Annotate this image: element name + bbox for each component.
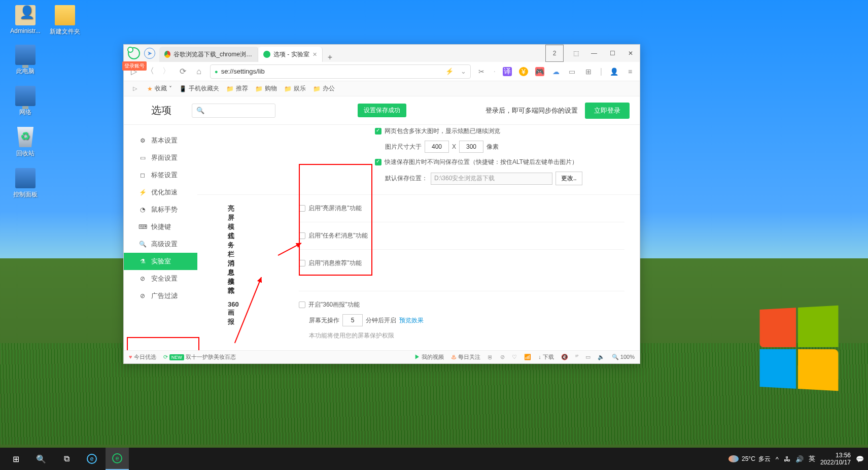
bookmark-folder-1[interactable]: 📁推荐 [226, 84, 248, 93]
input-image-width[interactable] [425, 141, 449, 153]
desktop-icon-this-pc[interactable]: 此电脑 [6, 45, 45, 76]
bookmark-mobile[interactable]: 📱手机收藏夹 [179, 84, 219, 93]
coin-icon[interactable]: ¥ [519, 67, 528, 76]
extension-icon[interactable]: ▭ [568, 67, 577, 76]
sidebar-item-gestures[interactable]: ◔鼠标手势 [124, 201, 197, 218]
forward-button[interactable]: 〉 [161, 66, 171, 77]
section-image: 网页包含多张大图时，显示炫酷已继续浏览 图片尺寸大于 X 像素 快速保存图片时不… [197, 125, 640, 195]
taskview-button[interactable]: ⧉ [55, 448, 78, 470]
tab-options-lab[interactable]: 选项 - 实验室 ✕ [258, 47, 323, 62]
window-maximize-button[interactable]: ☐ [603, 45, 621, 62]
addressbar: ▷ 〈 〉 ⟳ ⌂ ● se://settings/lib ⚡ ⌄ ✂ · 译 … [124, 62, 640, 81]
search-button[interactable]: 🔍 [29, 448, 53, 470]
tab-chrome-download[interactable]: 谷歌浏览器下载_chrome浏览器官 [159, 47, 258, 62]
bolt-icon: ⚡ [139, 189, 146, 196]
download-status[interactable]: ↓ 下载 [538, 353, 554, 361]
ip-icon[interactable]: ᴵᴾ [575, 354, 578, 360]
sidebar-item-security[interactable]: ⊘安全设置 [124, 270, 197, 287]
speed-icon[interactable]: ⚡ [445, 68, 454, 75]
desktop-icon-administrator[interactable]: Administr... [6, 5, 45, 35]
taskbar-360browser[interactable]: e [106, 448, 129, 470]
today-picks[interactable]: ♥ 今日优选 [129, 353, 156, 361]
shield-status-icon[interactable]: ⛨ [488, 354, 493, 360]
url-input[interactable]: ● se://settings/lib ⚡ ⌄ [210, 64, 471, 79]
browser360-icon: e [112, 453, 122, 463]
tab-count[interactable]: 2 [545, 45, 564, 62]
daily-follow[interactable]: ♨ 每日关注 [451, 353, 480, 361]
window-close-button[interactable]: ✕ [621, 45, 640, 62]
tray-ime[interactable]: 英 [809, 454, 815, 463]
taskbar-edge[interactable]: e [80, 448, 103, 470]
sidebar-item-advanced[interactable]: 🔍高级设置 [124, 236, 197, 253]
reload-button[interactable]: ⟳ [178, 66, 188, 76]
promo-link[interactable]: ⟳ NEW 双十一护肤美妆百态 [163, 353, 236, 361]
tab-close-icon[interactable]: ✕ [313, 51, 317, 58]
bookmark-folder-3[interactable]: 📁娱乐 [284, 84, 306, 93]
browser-logo-icon[interactable] [128, 47, 140, 59]
checkbox-quicksave[interactable] [375, 159, 381, 165]
tray-network-icon[interactable]: 🖧 [784, 455, 790, 463]
sidebar-item-interface[interactable]: ▭界面设置 [124, 149, 197, 166]
window-minimize-button[interactable]: ― [585, 45, 603, 62]
heart-status-icon[interactable]: ♡ [512, 354, 517, 360]
scissors-icon[interactable]: ✂ [477, 67, 486, 76]
sidebar-item-shortcuts[interactable]: ⌨快捷键 [124, 218, 197, 236]
input-image-height[interactable] [459, 141, 483, 153]
lock-icon: ● [215, 69, 218, 75]
account-icon[interactable]: 👤 [609, 67, 618, 76]
weather-widget[interactable]: 25°C 多云 [728, 455, 771, 463]
menu-button[interactable]: ≡ [626, 67, 635, 76]
my-video[interactable]: ▶ 我的视频 [414, 353, 444, 361]
checkbox-multiimage[interactable] [375, 128, 381, 135]
bookmark-folder-4[interactable]: 📁办公 [313, 84, 335, 93]
zoom-level[interactable]: 🔍 100% [612, 354, 635, 360]
keyboard-icon: ⌨ [139, 223, 146, 230]
flame-icon: ♨ [451, 354, 457, 360]
home-button[interactable]: ⌂ [194, 67, 204, 76]
sidebar-item-optimize[interactable]: ⚡优化加速 [124, 184, 197, 201]
sidebar-item-adblock[interactable]: ⊘广告过滤 [124, 287, 197, 305]
checkbox-pictorial[interactable] [299, 301, 305, 308]
translate-icon[interactable]: 译 [503, 67, 512, 76]
bookmarks-toggle-icon[interactable]: ▷ [130, 85, 140, 92]
sidebar-item-lab[interactable]: ⚗实验室 [124, 253, 197, 270]
send-icon[interactable]: ➤ [144, 48, 155, 59]
input-save-path[interactable] [431, 173, 552, 185]
desktop-icon-new-folder[interactable]: 新建文件夹 [46, 5, 84, 36]
signal-status-icon[interactable]: 📶 [524, 354, 531, 360]
sidebar-item-tabs[interactable]: ◻标签设置 [124, 166, 197, 184]
login-badge[interactable]: 登录账号 [122, 61, 147, 71]
checkbox-push[interactable] [299, 260, 305, 266]
window-skin-button[interactable]: ⬚ [567, 45, 585, 62]
game-icon[interactable]: 🎮 [535, 67, 544, 76]
screenshot-icon[interactable]: ▭ [585, 354, 591, 360]
change-path-button[interactable]: 更改.. [555, 172, 582, 185]
tray-volume-icon[interactable]: 🔊 [795, 455, 804, 463]
checkbox-bright[interactable] [299, 205, 305, 212]
dropdown-icon[interactable]: ⌄ [461, 68, 466, 75]
back-button[interactable]: 〈 [145, 66, 155, 77]
start-button[interactable]: ⊞ [4, 448, 27, 470]
bookmark-folder-2[interactable]: 📁购物 [255, 84, 277, 93]
checkbox-taskbar-msg[interactable] [299, 232, 305, 239]
volume-icon[interactable]: 🔈 [598, 354, 605, 360]
windows-logo [756, 308, 838, 389]
apps-icon[interactable]: ⊞ [584, 67, 593, 76]
options-search-input[interactable]: 🔍 [192, 104, 275, 118]
system-clock[interactable]: 13:56 2022/10/17 [820, 452, 851, 466]
desktop-icon-network[interactable]: 网络 [6, 86, 45, 117]
sidebar-item-basic[interactable]: ⚙基本设置 [124, 132, 197, 149]
preview-link[interactable]: 预览效果 [399, 316, 424, 325]
tray-notifications-icon[interactable]: 💬 [856, 455, 864, 463]
bookmark-favorites[interactable]: ★收藏 ˅ [147, 84, 172, 93]
input-idle-minutes[interactable] [342, 314, 363, 326]
desktop-icon-recycle[interactable]: 回收站 [6, 127, 45, 158]
mute-icon[interactable]: 🔇 [561, 354, 568, 360]
desktop-icon-control-panel[interactable]: 控制面板 [6, 168, 45, 199]
new-tab-button[interactable]: + [323, 53, 337, 62]
block-status-icon[interactable]: ⊘ [500, 354, 505, 360]
login-now-button[interactable]: 立即登录 [585, 103, 630, 119]
desktop-icons-col1: Administr... 此电脑 网络 回收站 控制面板 [6, 5, 45, 209]
tray-chevron-icon[interactable]: ^ [776, 455, 779, 463]
cloud-icon[interactable]: ☁ [551, 67, 561, 76]
